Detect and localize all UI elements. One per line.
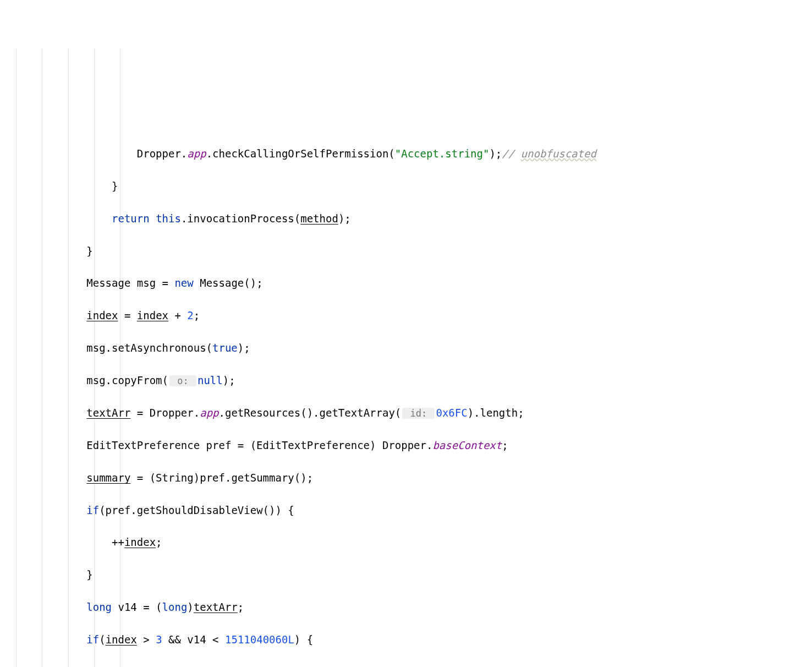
code-text: ; [502,439,508,451]
field-ref: app [187,147,206,160]
code-text: ) { [294,633,313,646]
keyword: new [174,277,193,289]
code-line[interactable]: index = index + 2; [11,308,801,324]
code-text: } [11,568,93,581]
number-literal: 2 [187,309,193,321]
code-line[interactable]: Message msg = new Message(); [11,275,801,291]
comment: // unobfuscated [502,147,596,160]
number-literal: 3 [156,633,162,646]
code-text: ++ [11,536,124,548]
code-text [11,407,86,419]
code-line[interactable]: EditTextPreference pref = (EditTextPrefe… [11,438,801,453]
code-text: = Dropper. [130,407,200,419]
code-line[interactable]: msg.setAsynchronous(true); [11,340,801,356]
code-line[interactable]: } [11,567,801,583]
code-text: && v14 < [162,633,225,646]
keyword: this [156,212,181,225]
keyword: long [86,601,112,613]
field-ref: baseContext [432,439,502,451]
code-text [150,212,156,225]
var-ref: textArr [86,407,130,419]
code-line[interactable]: ++index; [11,534,801,550]
param-ref: method [300,212,338,225]
inlay-hint: o: [169,375,196,386]
var-ref: textArr [194,601,238,613]
code-text: } [11,245,93,257]
string-literal: "Accept.string" [395,147,490,160]
code-text: ); [338,212,351,225]
code-line[interactable]: } [11,178,801,194]
var-ref: index [124,536,156,548]
code-line[interactable]: textArr = Dropper.app.getResources().get… [11,405,801,421]
number-literal: 1511040060L [225,633,294,646]
var-ref: index [137,309,168,321]
code-text [11,212,112,225]
code-text [11,601,86,613]
code-text [11,472,86,484]
code-text [11,309,86,321]
inlay-hint: id: [402,408,435,419]
code-text: + [168,309,187,321]
code-line[interactable]: } [11,243,801,259]
code-text: msg.copyFrom( [11,374,168,386]
keyword: true [212,342,238,354]
number-literal: 0x6FC [436,407,467,419]
code-text: } [11,180,118,192]
keyword: if [86,633,99,646]
code-text: ).length; [468,407,524,419]
code-text: Message msg = [11,277,174,289]
code-text: = (String)pref.getSummary(); [130,472,313,484]
code-text: (pref.getShouldDisableView()) { [99,504,294,516]
code-text: Dropper. [11,147,187,160]
code-line[interactable]: return this.invocationProcess(method); [11,211,801,227]
code-text: ; [156,536,162,548]
code-editor[interactable]: Dropper.app.checkCallingOrSelfPermission… [0,48,812,667]
keyword: if [86,504,99,516]
code-text: msg.setAsynchronous( [11,342,212,354]
code-text [11,633,86,646]
code-text: ( [99,633,105,646]
code-text: ); [489,147,502,160]
code-text: .checkCallingOrSelfPermission( [206,147,395,160]
code-text: ); [223,374,235,386]
code-text: > [137,633,156,646]
code-text: ); [238,342,250,354]
code-line[interactable]: if(pref.getShouldDisableView()) { [11,502,801,518]
code-text: = [118,309,136,321]
keyword: return [112,212,150,225]
code-text: v14 = ( [112,601,162,613]
var-ref: index [86,309,118,321]
code-text: .getResources().getTextArray( [219,407,402,419]
code-text: ; [194,309,200,321]
code-line[interactable]: long v14 = (long)textArr; [11,599,801,615]
code-text: EditTextPreference pref = (EditTextPrefe… [11,439,432,451]
code-line[interactable]: summary = (String)pref.getSummary(); [11,470,801,486]
field-ref: app [200,407,218,419]
code-text: .invocationProcess( [181,212,300,225]
code-text: Message(); [194,277,263,289]
code-text: ; [238,601,244,613]
code-line[interactable]: msg.copyFrom( o: null); [11,373,801,389]
var-ref: summary [86,472,130,484]
code-line[interactable]: Dropper.app.checkCallingOrSelfPermission… [11,146,801,162]
keyword: long [162,601,188,613]
code-line[interactable]: if(index > 3 && v14 < 1511040060L) { [11,632,801,648]
code-text [11,504,86,516]
code-line[interactable]: Layout v20 = (Layout)invokeObject; [11,664,801,667]
code-text: ) [187,601,193,613]
keyword: null [197,374,223,386]
var-ref: index [106,633,137,646]
